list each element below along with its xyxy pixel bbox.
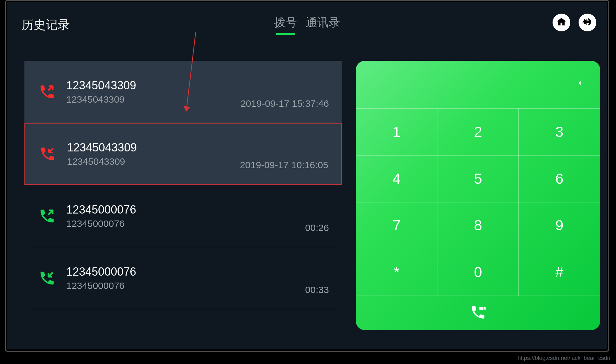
call-subnumber: 12345043309 bbox=[67, 156, 240, 167]
history-item-1[interactable]: 12345043309 12345043309 2019-09-17 10:16… bbox=[24, 123, 342, 185]
call-texts: 12345043309 12345043309 bbox=[67, 141, 240, 167]
call-subnumber: 12345000076 bbox=[66, 218, 305, 229]
dial-key-4[interactable]: 4 bbox=[356, 155, 437, 202]
watermark: https://blog.csdn.net/jack_bear_csdn bbox=[518, 355, 610, 361]
call-history-list: 12345043309 12345043309 2019-09-17 15:37… bbox=[24, 61, 342, 309]
back-button[interactable] bbox=[579, 14, 596, 31]
device-frame: 历史记录 拨号 通讯录 bbox=[5, 0, 609, 352]
dial-key-0[interactable]: 0 bbox=[437, 249, 519, 296]
call-incoming-missed-icon bbox=[39, 145, 56, 163]
dial-key-9[interactable]: 9 bbox=[519, 202, 600, 249]
dialpad-display bbox=[356, 61, 600, 108]
history-item-3[interactable]: 12345000076 12345000076 00:33 bbox=[24, 247, 342, 309]
dial-key-6[interactable]: 6 bbox=[519, 155, 600, 202]
call-time: 00:26 bbox=[305, 222, 329, 247]
tab-contacts[interactable]: 通讯录 bbox=[306, 15, 340, 34]
tab-label: 通讯录 bbox=[306, 16, 340, 29]
call-time: 00:33 bbox=[305, 284, 329, 309]
tabs: 拨号 通讯录 bbox=[274, 15, 340, 34]
call-texts: 12345000076 12345000076 bbox=[66, 203, 305, 229]
call-number: 12345043309 bbox=[66, 79, 240, 92]
history-item-0[interactable]: 12345043309 12345043309 2019-09-17 15:37… bbox=[24, 61, 342, 123]
call-time: 2019-09-17 15:37:46 bbox=[240, 98, 329, 123]
screen: 历史记录 拨号 通讯录 bbox=[7, 2, 607, 349]
dialpad-grid: 1 2 3 4 5 6 7 8 9 * 0 # bbox=[356, 108, 600, 296]
tab-label: 拨号 bbox=[274, 16, 297, 29]
dial-key-8[interactable]: 8 bbox=[437, 202, 519, 249]
dial-key-1[interactable]: 1 bbox=[356, 108, 437, 155]
history-item-2[interactable]: 12345000076 12345000076 00:26 bbox=[24, 185, 342, 247]
call-outgoing-icon bbox=[38, 208, 56, 225]
dial-key-7[interactable]: 7 bbox=[356, 202, 437, 249]
backspace-button[interactable] bbox=[577, 79, 586, 89]
call-number: 12345000076 bbox=[66, 203, 305, 216]
call-number: 12345043309 bbox=[67, 141, 240, 154]
call-texts: 12345043309 12345043309 bbox=[66, 79, 240, 105]
call-outgoing-missed-icon bbox=[38, 83, 56, 100]
dial-key-5[interactable]: 5 bbox=[437, 155, 519, 202]
dial-call-button[interactable] bbox=[356, 296, 600, 330]
dial-key-star[interactable]: * bbox=[356, 249, 437, 296]
tab-dial[interactable]: 拨号 bbox=[274, 15, 297, 34]
home-button[interactable] bbox=[553, 14, 570, 31]
backspace-icon bbox=[577, 83, 586, 88]
video-call-icon bbox=[470, 304, 486, 322]
home-icon bbox=[556, 16, 567, 29]
topbar-actions bbox=[553, 14, 596, 31]
topbar: 历史记录 拨号 通讯录 bbox=[7, 2, 607, 39]
tab-underline bbox=[276, 33, 295, 35]
call-subnumber: 12345043309 bbox=[66, 94, 240, 105]
dial-key-3[interactable]: 3 bbox=[519, 108, 600, 155]
back-arrow-icon bbox=[582, 16, 593, 29]
dial-key-hash[interactable]: # bbox=[519, 249, 600, 296]
call-time: 2019-09-17 10:16:05 bbox=[240, 160, 328, 184]
divider bbox=[31, 309, 335, 309]
call-number: 12345000076 bbox=[66, 265, 305, 278]
call-texts: 12345000076 12345000076 bbox=[66, 265, 305, 291]
call-subnumber: 12345000076 bbox=[66, 280, 305, 291]
dialpad: 1 2 3 4 5 6 7 8 9 * 0 # bbox=[356, 61, 600, 330]
svg-rect-2 bbox=[479, 307, 483, 310]
dial-key-2[interactable]: 2 bbox=[437, 108, 519, 155]
call-incoming-icon bbox=[38, 270, 56, 287]
page-title: 历史记录 bbox=[22, 17, 70, 33]
